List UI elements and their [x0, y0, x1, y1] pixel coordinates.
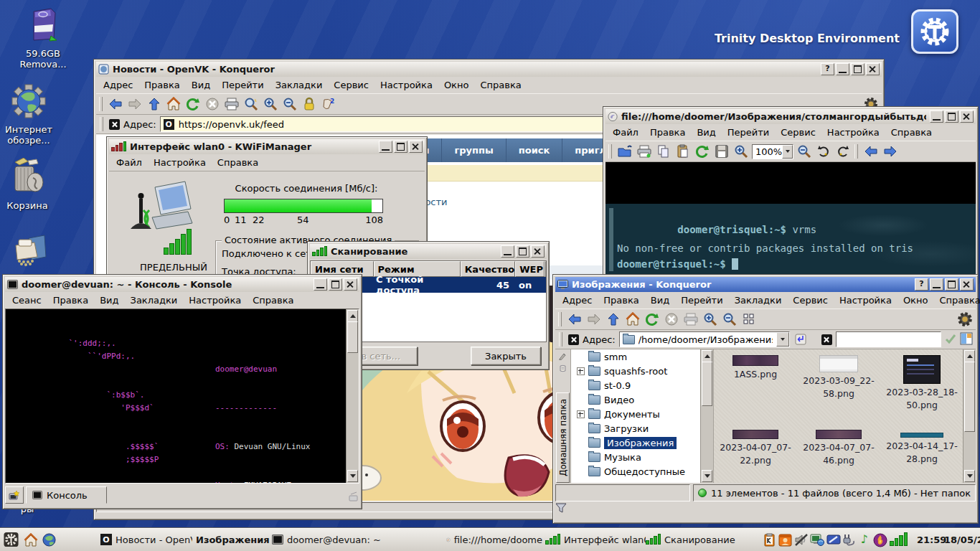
column-header[interactable]: WEP	[515, 261, 545, 277]
file-item[interactable]: 1ASS.png	[714, 354, 797, 420]
titlebar[interactable]: Изображения - Konqueror ?	[555, 277, 976, 292]
terminal-scrollbar[interactable]	[346, 309, 359, 483]
menu-item[interactable]: Настройка	[148, 156, 212, 169]
stop-button[interactable]	[663, 311, 680, 328]
maximize-button[interactable]	[945, 278, 958, 291]
tray-fire-circle-icon[interactable]	[872, 532, 887, 547]
file-item[interactable]: 2023-04-07_07-46.png	[797, 420, 880, 483]
menu-item[interactable]: Перейти	[722, 126, 776, 139]
forward-button[interactable]	[126, 95, 143, 113]
toolbar-grip[interactable]	[100, 117, 103, 131]
tree-item-selected[interactable]: Изображения	[571, 435, 701, 450]
menu-item[interactable]: Файл	[607, 126, 644, 139]
copy-button[interactable]	[655, 143, 672, 160]
go-button[interactable]	[793, 332, 808, 347]
close-dialog-button[interactable]: Закрыть	[471, 347, 541, 365]
vkeyboard-icon[interactable]: 2	[320, 95, 337, 113]
location-combo[interactable]: /home/doomer/Изображения	[619, 331, 790, 347]
maximize-button[interactable]	[851, 63, 864, 75]
reload-button[interactable]	[184, 95, 202, 113]
menu-item[interactable]: Сеанс	[6, 293, 47, 307]
split-view-icon[interactable]	[960, 332, 973, 347]
terminal-screen[interactable]: `':ddd;:,. ``'dPPd:,. `:b$$b`. 'P$$$d` .…	[6, 309, 347, 483]
stop-button[interactable]	[204, 95, 221, 113]
taskbar-task-images[interactable]: Изображения - Ko	[189, 530, 271, 549]
file-item[interactable]: 2023-04-14_17-28.png	[880, 420, 963, 483]
tree-item[interactable]: Общедоступные	[571, 464, 701, 479]
up-button[interactable]	[605, 311, 622, 328]
tree-item[interactable]: Музыка	[571, 450, 701, 464]
print-button[interactable]	[223, 95, 240, 113]
taskbar-task-konsole[interactable]: doomer@devuan: ~	[269, 530, 446, 549]
menu-item[interactable]: Адрес	[557, 293, 598, 307]
session-tab-konsole[interactable]: Консоль	[26, 486, 107, 504]
tde-menu-button[interactable]	[4, 532, 19, 547]
tree-scrollbar[interactable]	[700, 349, 713, 483]
taskbar-task-kwifi[interactable]: Интерфейс wlan0 -	[542, 530, 646, 549]
menu-item[interactable]: Правка	[598, 293, 644, 307]
titlebar[interactable]: file:///home/doomer/Изображения/столманг…	[606, 109, 976, 124]
menu-item[interactable]: Закладки	[125, 293, 184, 307]
zoom-in-button[interactable]	[702, 311, 719, 328]
toolbar-grip[interactable]	[854, 144, 858, 159]
menu-item[interactable]: Вид	[645, 293, 675, 307]
clear-location-icon[interactable]	[109, 119, 120, 130]
minimize-button[interactable]	[836, 63, 849, 75]
menu-item[interactable]: Вид	[186, 78, 216, 92]
menu-item[interactable]: Правка	[138, 78, 185, 92]
menu-item[interactable]: Сервис	[787, 293, 834, 307]
home-button[interactable]	[165, 95, 182, 113]
toolbar-grip[interactable]	[99, 97, 103, 111]
reload-button[interactable]	[644, 311, 661, 328]
dropdown-arrow-icon[interactable]	[776, 332, 789, 347]
back-button[interactable]	[566, 311, 583, 328]
clock-time[interactable]: 21:59	[917, 534, 946, 545]
minimize-button[interactable]	[501, 245, 514, 258]
menu-item[interactable]: Настройка	[183, 293, 247, 307]
nav-tab-search[interactable]: поиск	[507, 138, 563, 162]
maximize-button[interactable]	[394, 141, 407, 153]
file-item[interactable]: 2023-03-28_18-50.png	[880, 354, 963, 420]
file-item[interactable]: 2023-03-09_22-58.png	[797, 354, 880, 420]
expander-icon[interactable]	[577, 410, 585, 418]
close-button[interactable]	[409, 141, 423, 153]
scroll-down-button[interactable]	[964, 470, 975, 482]
file-grid[interactable]: 1ASS.png 2023-03-09_22-58.png 2023-03-28…	[714, 349, 963, 483]
menu-item[interactable]: Правка	[644, 126, 691, 139]
scroll-down-button[interactable]	[347, 470, 358, 482]
save-button[interactable]	[713, 143, 730, 160]
maximize-button[interactable]	[329, 278, 342, 291]
desktop-icon-trash[interactable]: Корзина	[0, 158, 60, 211]
forward-button[interactable]	[585, 311, 603, 328]
scroll-thumb[interactable]	[702, 362, 712, 406]
new-session-button[interactable]	[5, 486, 24, 504]
rotate-cw-button[interactable]	[834, 143, 852, 160]
menu-item[interactable]: Правка	[47, 293, 94, 307]
menu-item[interactable]: Настройка	[821, 126, 885, 139]
menu-item[interactable]: Закладки	[270, 78, 329, 92]
tray-music-note-icon[interactable]: ♪	[857, 532, 872, 547]
print-button[interactable]	[636, 143, 653, 160]
security-lock-icon[interactable]	[301, 95, 318, 113]
minimize-button[interactable]	[314, 278, 327, 291]
menu-item[interactable]: Перейти	[675, 293, 729, 307]
view-scrollbar[interactable]	[963, 349, 976, 483]
tray-kppp-icon[interactable]	[842, 532, 857, 547]
desktop-icon-removable[interactable]: 59.6GB Remova...	[11, 7, 75, 70]
taskbar-task-image-file[interactable]: file:///home/doome	[443, 530, 545, 549]
filter-input[interactable]	[836, 331, 941, 347]
menu-item[interactable]: Вид	[691, 126, 721, 139]
menu-item[interactable]: Закладки	[729, 293, 788, 307]
tree-item[interactable]: Загрузки	[571, 421, 701, 435]
menu-item[interactable]: Окно	[438, 78, 475, 92]
back-button[interactable]	[107, 95, 124, 113]
column-header[interactable]: Качество	[461, 261, 516, 277]
scroll-up-button[interactable]	[964, 350, 975, 362]
tree-item[interactable]: smm	[571, 349, 701, 364]
close-button[interactable]	[531, 245, 545, 258]
clock-date[interactable]: 18/05/23	[944, 534, 980, 545]
tree-item[interactable]: squashfs-root	[571, 364, 701, 378]
menu-item[interactable]: Справка	[212, 156, 264, 169]
zoom-out-button[interactable]	[281, 95, 298, 113]
zoom-in-button[interactable]	[732, 143, 750, 160]
